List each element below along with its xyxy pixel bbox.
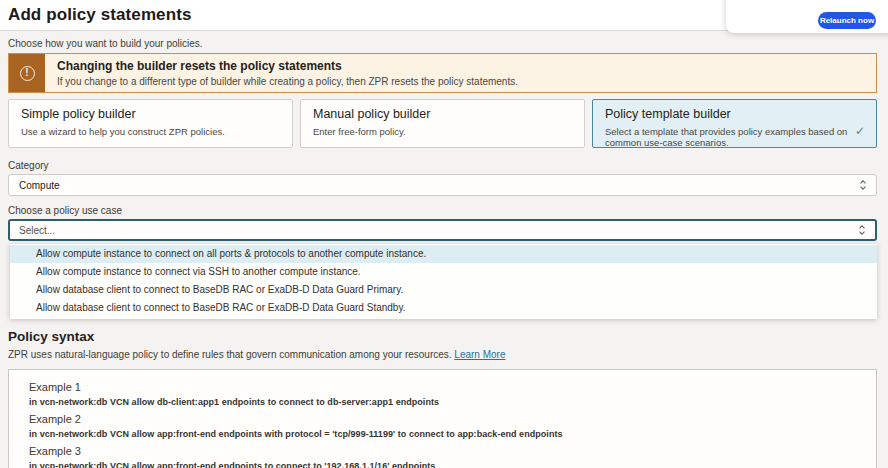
warning-description: If you change to a different type of bui… (57, 75, 518, 88)
example-code: in vcn-network:db VCN allow app:front-en… (29, 429, 856, 440)
builder-card-description: Enter free-form policy. (313, 126, 563, 137)
examples-panel: Example 1 in vcn-network:db VCN allow db… (8, 369, 877, 468)
relaunch-button[interactable]: Relaunch now (818, 12, 876, 29)
learn-more-link[interactable]: Learn More (454, 349, 505, 360)
relaunch-popup: Relaunch now (726, 0, 888, 33)
warning-title: Changing the builder resets the policy s… (57, 59, 518, 74)
builder-card-title: Simple policy builder (21, 107, 280, 122)
example-label: Example 1 (29, 381, 856, 394)
builder-card-description: Use a wizard to help you construct ZPR p… (21, 126, 271, 137)
category-select-value: Compute (19, 180, 858, 191)
warning-iconbox: ! (9, 54, 45, 92)
builder-card-description: Select a template that provides policy e… (605, 126, 855, 148)
policy-syntax-description: ZPR uses natural-language policy to defi… (8, 349, 877, 361)
use-case-option[interactable]: Allow database client to connect to Base… (10, 281, 877, 299)
policy-syntax-title: Policy syntax (8, 329, 877, 345)
builder-cards-row: Simple policy builder Use a wizard to he… (8, 99, 877, 148)
category-select[interactable]: Compute (8, 174, 877, 196)
chevron-updown-icon (858, 179, 868, 191)
intro-text: Choose how you want to build your polici… (8, 38, 877, 49)
builder-card-simple[interactable]: Simple policy builder Use a wizard to he… (8, 99, 293, 148)
builder-card-title: Manual policy builder (313, 107, 572, 122)
builder-card-title: Policy template builder (605, 107, 864, 122)
use-case-select-value: Select... (19, 225, 857, 236)
use-case-dropdown: Allow compute instance to connect on all… (10, 244, 877, 319)
builder-card-template[interactable]: Policy template builder Select a templat… (592, 99, 877, 148)
warning-icon: ! (20, 66, 35, 81)
use-case-label: Choose a policy use case (8, 205, 877, 216)
use-case-option[interactable]: Allow compute instance to connect on all… (10, 245, 877, 263)
example-code: in vcn-network:db VCN allow app:front-en… (29, 461, 856, 468)
example-label: Example 3 (29, 445, 856, 458)
example-code: in vcn-network:db VCN allow db-client:ap… (29, 397, 856, 408)
use-case-select[interactable]: Select... (8, 219, 877, 241)
warning-banner: ! Changing the builder resets the policy… (8, 53, 877, 93)
warning-body: Changing the builder resets the policy s… (45, 54, 530, 92)
use-case-option[interactable]: Allow compute instance to connect via SS… (10, 263, 877, 281)
check-icon: ✓ (855, 124, 865, 138)
category-label: Category (8, 160, 877, 171)
builder-card-manual[interactable]: Manual policy builder Enter free-form po… (300, 99, 585, 148)
main-content: Choose how you want to build your polici… (0, 38, 888, 468)
policy-syntax-description-text: ZPR uses natural-language policy to defi… (8, 349, 452, 360)
example-label: Example 2 (29, 413, 856, 426)
chevron-updown-icon (857, 224, 867, 236)
use-case-option[interactable]: Allow database client to connect to Base… (10, 299, 877, 317)
